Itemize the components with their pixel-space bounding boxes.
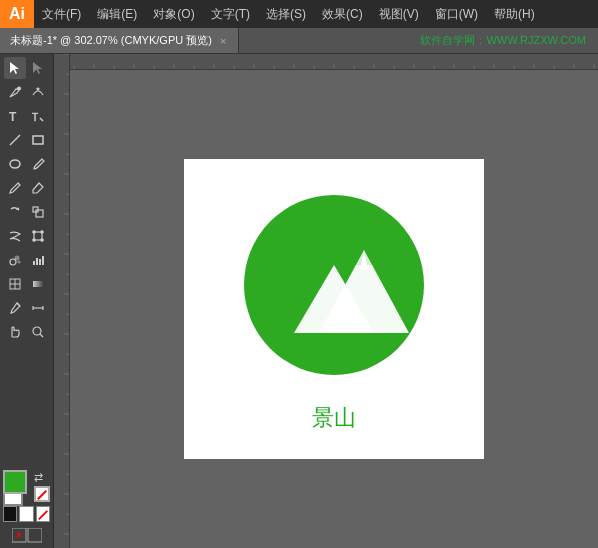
main-area: T T xyxy=(0,54,598,548)
svg-point-6 xyxy=(10,160,20,168)
tab-right-text: 软件自学网：WWW.RJZXW.COM xyxy=(408,28,598,53)
menu-effect[interactable]: 效果(C) xyxy=(314,0,371,28)
svg-rect-17 xyxy=(33,261,35,265)
direct-selection-tool[interactable] xyxy=(27,57,49,79)
canvas-label: 景山 xyxy=(312,403,356,433)
measure-tool[interactable] xyxy=(27,297,49,319)
svg-point-1 xyxy=(37,88,39,90)
canvas-area: 景山 xyxy=(54,54,598,548)
scale-tool[interactable] xyxy=(27,201,49,223)
menu-help[interactable]: 帮助(H) xyxy=(486,0,543,28)
svg-line-4 xyxy=(10,135,20,145)
ellipse-tool[interactable] xyxy=(4,153,26,175)
svg-point-11 xyxy=(41,231,43,233)
menu-view[interactable]: 视图(V) xyxy=(371,0,427,28)
svg-text:T: T xyxy=(9,110,17,123)
color-area: ⇄ xyxy=(0,466,53,548)
menu-bar: 文件(F) 编辑(E) 对象(O) 文字(T) 选择(S) 效果(C) 视图(V… xyxy=(34,0,598,28)
menu-window[interactable]: 窗口(W) xyxy=(427,0,486,28)
touch-type-tool[interactable]: T xyxy=(27,105,49,127)
svg-rect-24 xyxy=(33,281,43,287)
none-swatch[interactable] xyxy=(36,506,50,522)
artboard-content: 景山 xyxy=(234,185,434,433)
pen-tool[interactable] xyxy=(4,81,26,103)
tab-close-button[interactable]: × xyxy=(218,34,228,48)
svg-line-25 xyxy=(17,303,19,305)
white-swatch[interactable] xyxy=(19,506,33,522)
mesh-tool[interactable] xyxy=(4,273,26,295)
svg-point-14 xyxy=(10,259,16,265)
svg-point-15 xyxy=(15,256,19,260)
svg-point-12 xyxy=(33,239,35,241)
symbol-sprayer-tool[interactable] xyxy=(4,249,26,271)
svg-rect-18 xyxy=(36,258,38,265)
type-tool[interactable]: T xyxy=(4,105,26,127)
svg-text:T: T xyxy=(32,112,38,123)
menu-text[interactable]: 文字(T) xyxy=(203,0,258,28)
warp-tool[interactable] xyxy=(4,225,26,247)
ruler-left xyxy=(54,54,70,548)
selection-tool[interactable] xyxy=(4,57,26,79)
ai-logo-icon: Ai xyxy=(0,0,34,28)
ruler-top xyxy=(54,54,598,70)
svg-point-29 xyxy=(33,327,41,335)
active-tab[interactable]: 未标题-1* @ 302.07% (CMYK/GPU 预览) × xyxy=(0,28,239,53)
menu-edit[interactable]: 编辑(E) xyxy=(89,0,145,28)
svg-rect-7 xyxy=(36,210,43,217)
tab-bar: 未标题-1* @ 302.07% (CMYK/GPU 预览) × 软件自学网：W… xyxy=(0,28,598,54)
gradient-tool[interactable] xyxy=(27,273,49,295)
svg-rect-19 xyxy=(39,259,41,265)
svg-rect-5 xyxy=(33,136,43,144)
title-bar: Ai 文件(F) 编辑(E) 对象(O) 文字(T) 选择(S) 效果(C) 视… xyxy=(0,0,598,28)
canvas-content: 景山 xyxy=(70,70,598,548)
menu-select[interactable]: 选择(S) xyxy=(258,0,314,28)
mountain-icon-graphic xyxy=(234,185,434,385)
left-toolbar: T T xyxy=(0,54,54,548)
svg-rect-20 xyxy=(42,256,44,265)
svg-point-16 xyxy=(18,261,20,263)
none-color-swatch[interactable] xyxy=(34,486,50,502)
eyedropper-tool[interactable] xyxy=(4,297,26,319)
black-swatch[interactable] xyxy=(3,506,17,522)
pencil-tool[interactable] xyxy=(4,177,26,199)
foreground-color-swatch[interactable] xyxy=(3,470,27,494)
svg-rect-32 xyxy=(28,528,42,542)
zoom-tool[interactable] xyxy=(27,321,49,343)
svg-line-30 xyxy=(40,334,43,337)
screen-mode-icon[interactable] xyxy=(12,528,42,544)
rotate-tool[interactable] xyxy=(4,201,26,223)
column-graph-tool[interactable] xyxy=(27,249,49,271)
svg-rect-35 xyxy=(54,54,598,70)
eraser-tool[interactable] xyxy=(27,177,49,199)
line-tool[interactable] xyxy=(4,129,26,151)
artboard: 景山 xyxy=(184,159,484,459)
rectangle-tool[interactable] xyxy=(27,129,49,151)
svg-point-10 xyxy=(33,231,35,233)
free-transform-tool[interactable] xyxy=(27,225,49,247)
curvature-tool[interactable] xyxy=(27,81,49,103)
swap-colors-icon[interactable]: ⇄ xyxy=(34,471,50,484)
svg-point-0 xyxy=(18,87,21,90)
svg-point-13 xyxy=(41,239,43,241)
menu-file[interactable]: 文件(F) xyxy=(34,0,89,28)
hand-tool[interactable] xyxy=(4,321,26,343)
paintbrush-tool[interactable] xyxy=(27,153,49,175)
menu-object[interactable]: 对象(O) xyxy=(145,0,202,28)
tab-label: 未标题-1* @ 302.07% (CMYK/GPU 预览) xyxy=(10,33,212,48)
